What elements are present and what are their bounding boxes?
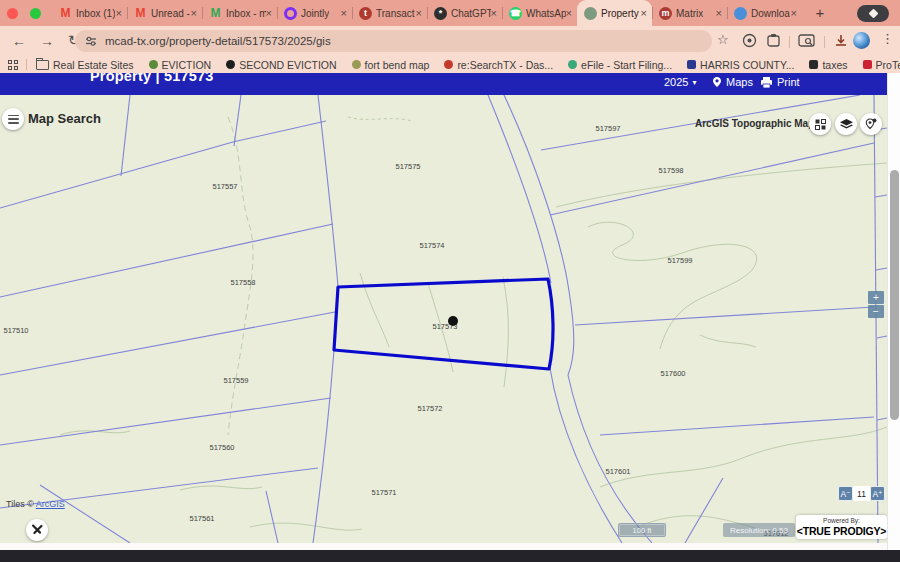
map-menu-button[interactable] (2, 108, 24, 130)
gmail-icon: M (59, 7, 72, 20)
bookmark-label: re:SearchTX - Das... (457, 59, 553, 71)
efile-favicon (568, 60, 577, 69)
bookmark-label: EVICTION (162, 59, 212, 71)
tab-close-icon[interactable]: × (266, 8, 272, 19)
scrollbar-thumb[interactable] (890, 170, 899, 420)
browser-tab[interactable]: MInbox - m× (202, 0, 277, 26)
basemap-name-label: ArcGIS Topographic Map (695, 118, 814, 129)
sparkle-icon (868, 9, 878, 19)
map-canvas[interactable]: 5175975175755175985175575175745175995175… (0, 95, 887, 543)
download-icon[interactable] (833, 33, 849, 49)
tab-close-icon[interactable]: × (641, 8, 647, 19)
site-settings-icon[interactable] (85, 35, 97, 47)
zoom-out-button[interactable]: − (868, 305, 884, 318)
parcel-marker-dot (448, 316, 458, 326)
bookmark-list: Real Estate SitesEVICTIONSECOND EVICTION… (36, 59, 900, 71)
tab-close-icon[interactable]: × (791, 8, 797, 19)
browser-tab[interactable]: mMatrix× (652, 0, 727, 26)
bookmark-item[interactable]: Real Estate Sites (36, 59, 134, 71)
bookmark-item[interactable]: fort bend map (352, 59, 430, 71)
powered-by-label: Powered By: (796, 517, 887, 525)
parcel-label: 517561 (189, 514, 214, 523)
scrollbar-track[interactable] (887, 73, 900, 550)
window-fullscreen-button[interactable] (30, 8, 41, 19)
zoom-in-button[interactable]: + (868, 291, 884, 304)
bookmark-item[interactable]: SECOND EVICTION (226, 59, 336, 71)
tab-close-icon[interactable]: × (716, 8, 722, 19)
browser-tab[interactable]: Property× (577, 0, 652, 26)
browser-tab[interactable]: ☎WhatsAp× (502, 0, 577, 26)
parcel-label: 517510 (3, 326, 28, 335)
window-close-button[interactable] (7, 8, 18, 19)
browser-tab[interactable]: MUnread -× (127, 0, 202, 26)
browser-toolbar: ← → ↻ mcad-tx.org/property-detail/517573… (0, 26, 900, 56)
profile-avatar[interactable] (853, 32, 870, 49)
bookmark-item[interactable]: taxes (809, 59, 847, 71)
downloads-icon (734, 7, 747, 20)
forward-button[interactable]: → (40, 32, 54, 50)
parcel-label: 517599 (667, 256, 692, 265)
tab-close-icon[interactable]: × (116, 8, 122, 19)
markers-button[interactable] (860, 113, 882, 135)
browser-tab[interactable]: tTransact× (352, 0, 427, 26)
tab-close-icon[interactable]: × (491, 8, 497, 19)
bookmark-label: SECOND EVICTION (239, 59, 336, 71)
bookmark-item[interactable]: re:SearchTX - Das... (444, 59, 553, 71)
page-title: Property | 517573 (90, 73, 214, 84)
printer-icon (760, 77, 773, 88)
browser-tab[interactable]: MInbox (1)× (52, 0, 127, 26)
bookmark-label: taxes (822, 59, 847, 71)
tab-close-icon[interactable]: × (566, 8, 572, 19)
reading-mode-icon[interactable] (798, 33, 815, 48)
tab-close-icon[interactable]: × (416, 8, 422, 19)
tab-title: Transact (376, 8, 415, 19)
font-larger-button[interactable]: A⁺ (870, 486, 885, 501)
layers-button[interactable] (835, 113, 857, 135)
extension-circle-icon[interactable] (742, 33, 757, 48)
layers-icon (840, 119, 853, 130)
powered-by-badge: Powered By: <TRUE PRODIGY> (796, 515, 887, 539)
transactly-icon: t (359, 7, 372, 20)
browser-tab[interactable]: Jointly× (277, 0, 352, 26)
bookmark-label: eFile - Start Filing... (581, 59, 672, 71)
bookmark-item[interactable]: ProTeck Partner Po... (863, 59, 900, 71)
year-dropdown[interactable]: 2025▾ (664, 76, 697, 88)
whatsapp-icon: ☎ (509, 7, 522, 20)
toolbar-divider (789, 36, 790, 48)
bookmark-star-icon[interactable]: ☆ (717, 32, 729, 47)
basemap-button[interactable] (809, 113, 831, 135)
parcel-label: 517559 (223, 376, 248, 385)
print-button[interactable]: Print (760, 76, 800, 88)
bookmark-item[interactable]: eFile - Start Filing... (568, 59, 672, 71)
apps-grid-icon[interactable] (8, 60, 18, 70)
bookmark-item[interactable]: HARRIS COUNTY... (687, 59, 794, 71)
browser-tab[interactable]: *ChatGPT× (427, 0, 502, 26)
menu-icon[interactable]: ⋮ (881, 31, 894, 46)
back-button[interactable]: ← (12, 32, 26, 50)
arcgis-link[interactable]: ArcGIS (36, 499, 65, 509)
fort-bend-favicon (352, 60, 361, 69)
tab-close-icon[interactable]: × (341, 8, 347, 19)
font-smaller-button[interactable]: A⁻ (838, 486, 853, 501)
resolution-label: Resolution: 0.53 (730, 526, 788, 535)
map-tools-button[interactable] (26, 519, 48, 541)
browser-tab[interactable]: Downloa× (727, 0, 802, 26)
parcel-label: 517598 (658, 166, 683, 175)
parcel-label: 517600 (660, 369, 685, 378)
maps-button[interactable]: Maps (712, 76, 753, 88)
extensions-icon[interactable] (766, 33, 781, 48)
bookmark-label: Real Estate Sites (53, 59, 134, 71)
bookmarks-bar: Real Estate SitesEVICTIONSECOND EVICTION… (0, 56, 900, 73)
bookmarks-divider (26, 59, 27, 70)
address-bar[interactable]: mcad-tx.org/property-detail/517573/2025/… (75, 30, 712, 52)
tab-close-icon[interactable]: × (191, 8, 197, 19)
parcel-label: 517601 (605, 467, 630, 476)
parcel-label: 517558 (230, 278, 255, 287)
tab-title: Unread - (151, 8, 190, 19)
zoom-control: + − (868, 291, 884, 319)
new-tab-button[interactable]: + (810, 3, 830, 23)
map-pin-icon (712, 76, 722, 88)
basemap-grid-icon (815, 119, 826, 130)
tab-search-button[interactable] (857, 5, 889, 22)
bookmark-item[interactable]: EVICTION (149, 59, 212, 71)
